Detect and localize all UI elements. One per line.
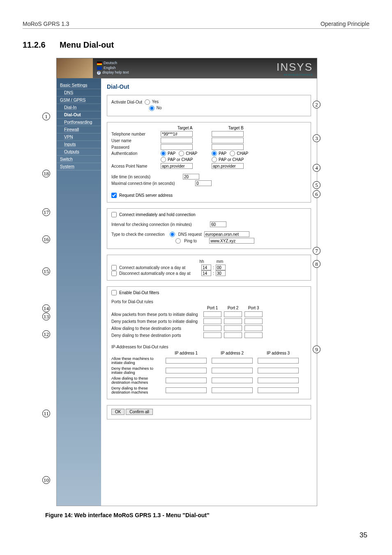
ips-title: IP-Addresses for Dial-Out rules [111,345,307,349]
deny-mach-from-1[interactable] [166,368,207,373]
activate-yes[interactable]: Yes [145,99,159,105]
allow-to-p2[interactable] [224,325,242,331]
sidebar-item-dialout[interactable]: Dial-Out [57,111,101,119]
disc-hh-input[interactable] [201,270,211,276]
filters-group: Enable Dial-Out filters Ports for Dial-O… [107,286,311,399]
interval-input[interactable] [210,221,226,227]
sidebar-item-system[interactable]: System [57,163,101,170]
callout-5: 5 [313,181,321,189]
disc-mm-input[interactable] [216,270,226,276]
activate-group: Activate Dial-Out Yes No [107,95,311,116]
deny-from-p2[interactable] [224,318,242,324]
deny-mach-to-1[interactable] [166,387,207,393]
allow-mach-to-3[interactable] [258,378,299,383]
auth-a-paporchap[interactable] [161,157,166,162]
sidebar-item-dns[interactable]: DNS [57,89,101,97]
target-a-heading: Target A [161,126,209,130]
allow-from-p3[interactable] [244,311,263,317]
sidebar-item-portforwarding[interactable]: Portforwarding [57,119,101,126]
deny-to-p2[interactable] [224,332,242,338]
conn-mm-input[interactable] [216,265,226,270]
auth-b-chap[interactable] [230,151,235,156]
deny-to-p3[interactable] [244,332,263,338]
dns-input[interactable] [204,231,249,237]
flag-de-icon [97,62,102,65]
deny-mach-from-3[interactable] [258,368,299,373]
username-b-input[interactable] [212,138,244,143]
auth-a-pap[interactable] [161,151,166,156]
deny-from-p1[interactable] [203,318,221,324]
apn-a-input[interactable] [161,163,193,169]
auth-a-row2: PAP or CHAP [161,157,209,162]
allow-to-p3[interactable] [244,325,263,331]
allow-mach-to-2[interactable] [212,378,253,383]
auth-b-row1: PAP CHAP [212,151,260,156]
username-label: User name [111,138,158,143]
deny-mach-to-2[interactable] [212,387,253,393]
allow-from-p1[interactable] [203,311,221,317]
sidebar-item-basic[interactable]: Basic Settings [57,82,101,89]
flag-en-icon [97,67,102,70]
targets-group: Target A Target B Telephone number User … [107,122,311,203]
activate-no[interactable]: No [149,106,162,111]
maxconn-input[interactable] [195,180,212,186]
idle-input[interactable] [183,174,199,180]
main-panel: Dial-Out Activate Dial-Out Yes No Target… [101,78,317,506]
auth-b-row2: PAP or CHAP [212,157,260,162]
callout-1: 1 [42,113,50,120]
reqdns-checkbox[interactable] [111,193,117,198]
allow-mach-from-2[interactable] [212,358,253,364]
connhold-group: Connect immediately and hold connection … [107,208,311,249]
screenshot: Deutsch English ?display help text INSYS… [56,58,317,506]
sidebar: Basic Settings DNS GSM / GPRS Dial-In Di… [57,78,101,506]
sidebar-item-dialin[interactable]: Dial-In [57,104,101,111]
ok-button[interactable]: OK [111,409,125,415]
callout-4: 4 [313,164,321,172]
lang-en[interactable]: English [97,66,272,71]
password-a-input[interactable] [161,144,193,150]
sidebar-item-switch[interactable]: Switch [57,156,101,163]
allow-from-p2[interactable] [224,311,242,317]
connhold-checkbox[interactable] [111,212,117,217]
lang-de[interactable]: Deutsch [97,61,272,66]
auth-b-pap[interactable] [212,151,217,156]
enable-filters-checkbox[interactable] [111,290,117,295]
ping-input[interactable] [209,238,254,244]
allow-mach-to-1[interactable] [166,378,207,383]
conn-once-checkbox[interactable] [111,265,117,270]
page-number: 35 [360,531,367,539]
type-dns-radio[interactable] [170,232,175,237]
deny-to-p1[interactable] [203,332,221,338]
allow-mach-from-3[interactable] [258,358,299,364]
sidebar-item-firewall[interactable]: Firewall [57,126,101,134]
telephone-b-input[interactable] [212,131,244,137]
type-label: Type to check the connection [111,232,165,237]
deny-mach-from-2[interactable] [212,368,253,373]
schedule-group: hh mm Connect automatically once a day a… [107,255,311,281]
auth-a-row1: PAP CHAP [161,151,209,156]
callout-2: 2 [313,101,321,108]
type-ping-radio[interactable] [175,238,181,244]
allow-to-p1[interactable] [203,325,221,331]
allow-mach-from-1[interactable] [166,358,207,364]
callout-13: 13 [42,313,50,320]
username-a-input[interactable] [161,138,193,143]
telephone-a-input[interactable] [161,131,193,137]
password-b-input[interactable] [212,144,244,150]
deny-from-p3[interactable] [244,318,263,324]
auth-b-paporchap[interactable] [212,157,217,162]
sidebar-item-vpn[interactable]: VPN [57,134,101,141]
disc-once-checkbox[interactable] [111,271,117,276]
callout-17: 17 [42,208,50,216]
help-link[interactable]: ?display help text [97,70,272,75]
sidebar-item-gsm[interactable]: GSM / GPRS [57,97,101,104]
sidebar-item-inputs[interactable]: Inputs [57,141,101,148]
deny-mach-to-3[interactable] [258,387,299,393]
interval-label: Interval for checking connection (in min… [111,222,208,227]
conn-hh-input[interactable] [201,265,211,270]
callout-6: 6 [313,190,321,198]
auth-a-chap[interactable] [179,151,184,156]
confirm-all-button[interactable]: Confirm all [126,409,153,415]
apn-b-input[interactable] [212,163,244,169]
sidebar-item-outputs[interactable]: Outputs [57,148,101,156]
